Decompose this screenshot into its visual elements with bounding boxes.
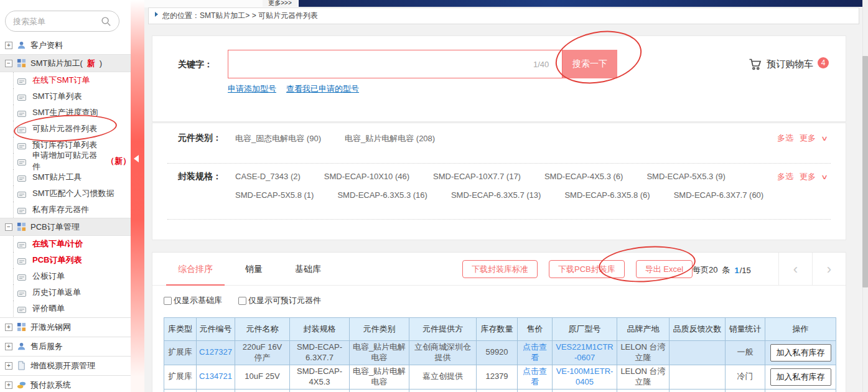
filter-chip[interactable]: SMD-ECAP-5X5.8 (1)	[235, 190, 314, 200]
table-cell: C134721	[197, 365, 235, 389]
checkbox-icon[interactable]	[238, 297, 246, 305]
prev-page-button[interactable]: ‹	[778, 253, 812, 286]
sidebar-item[interactable]: 历史订单返单	[0, 284, 131, 301]
sidebar-item[interactable]: 可贴片元器件列表	[0, 121, 131, 137]
filter-chip[interactable]: CASE-D_7343 (2)	[235, 172, 301, 181]
filter-chip[interactable]: SMD-ECAP-6.3X5.7 (13)	[451, 190, 541, 200]
cart[interactable]: 预订购物车 4	[747, 57, 829, 72]
view-applied-models-link[interactable]: 查看我已申请的型号	[286, 83, 359, 95]
scrollbar-track[interactable]	[862, 0, 868, 392]
table-cell: 扩展库	[164, 341, 197, 365]
table-link[interactable]: C127327	[199, 347, 232, 357]
scrollbar-thumb[interactable]	[862, 56, 868, 287]
option-checkbox[interactable]: 仅显示可预订元器件	[238, 295, 321, 306]
filter-chip[interactable]: SMD-ECAP-5X5.3 (9)	[646, 172, 725, 181]
sidebar-group[interactable]: +开激光钢网	[0, 317, 131, 336]
table-cell: 电容_贴片电解电容	[350, 365, 409, 389]
table-link[interactable]: C134721	[199, 371, 232, 381]
apply-add-model-link[interactable]: 申请添加型号	[228, 83, 276, 95]
collapse-arrow-icon[interactable]	[134, 155, 139, 162]
sidebar-group[interactable]: +客户资料	[0, 36, 131, 54]
sidebar-group[interactable]: +增值税票开票管理	[0, 356, 131, 375]
collapse-icon[interactable]: −	[5, 60, 12, 67]
keyword-input[interactable]	[228, 50, 562, 78]
sidebar-item[interactable]: 私有库存元器件	[0, 202, 131, 218]
cart-label[interactable]: 预订购物车	[767, 58, 813, 70]
next-page-button[interactable]: ›	[812, 253, 846, 286]
table-link[interactable]: VES221M1CTR-0607	[556, 342, 613, 362]
search-icon[interactable]	[100, 16, 111, 27]
expand-icon[interactable]: +	[5, 362, 12, 370]
table-link[interactable]: VE-100M1ETR-0405	[556, 366, 614, 386]
sidebar-item[interactable]: 公板订单	[0, 268, 131, 284]
form-icon	[17, 175, 26, 182]
table-cell: 点击查看	[518, 341, 553, 365]
sidebar-item[interactable]: PCB订单列表	[0, 252, 131, 268]
table-cell	[670, 389, 726, 392]
more-link[interactable]: 更多	[800, 171, 816, 182]
tab-0[interactable]: 综合排序	[178, 253, 213, 286]
tab-1[interactable]: 销量	[245, 253, 263, 286]
table-cell: 冷门	[726, 365, 765, 389]
expand-icon[interactable]: +	[5, 381, 12, 389]
sidebar-group[interactable]: +售后服务	[0, 337, 131, 355]
toolbar-button[interactable]: 下载封装库标准	[462, 260, 538, 278]
sidebar-item[interactable]: 评价晒单	[0, 301, 131, 317]
sidebar-search[interactable]	[5, 11, 119, 32]
sidebar-item[interactable]: SMT匹配个人习惯数据	[0, 185, 131, 202]
more-link[interactable]: 更多	[800, 133, 816, 144]
sidebar-item[interactable]: 申请增加可贴元器件（新）	[0, 153, 131, 169]
filter-chip[interactable]: SMD-ECAP-6.3X5.8 (6)	[564, 190, 650, 200]
sidebar-item-label: 预订库存订单列表	[32, 139, 97, 151]
expand-icon[interactable]: +	[5, 343, 12, 350]
table-cell: 嘉立创提供	[409, 365, 477, 389]
topbar-more-link[interactable]: 更多>>>	[263, 0, 297, 7]
sidebar-item-label: PCB订单列表	[32, 254, 82, 266]
filter-chip[interactable]: 电容_固态电解电容 (90)	[235, 133, 321, 144]
sidebar-item[interactable]: 在线下单/计价	[0, 236, 131, 252]
option-checkbox[interactable]: 仅显示基础库	[164, 295, 222, 306]
expand-icon[interactable]: +	[5, 42, 12, 49]
table-link[interactable]: 点击查看	[523, 366, 547, 386]
tab-2[interactable]: 基础库	[295, 253, 321, 286]
sidebar-item[interactable]: 在线下SMT订单	[0, 72, 131, 88]
filter-chip[interactable]: SMD-ECAP-10X7.7 (17)	[433, 172, 521, 181]
filter-chip[interactable]: SMD-ECAP-10X10 (46)	[324, 172, 409, 181]
sidebar-group[interactable]: +预付款系统	[0, 375, 131, 392]
toolbar-button[interactable]: 下载PCB封装库	[549, 260, 625, 278]
filter-chip[interactable]: SMD-ECAP-6.3X7.7 (60)	[674, 190, 764, 200]
column-header: 元件类别	[350, 318, 409, 341]
sidebar-item[interactable]: SMT生产进度查询	[0, 105, 131, 121]
multi-select-link[interactable]: 多选	[777, 171, 793, 182]
add-private-stock-button[interactable]: 加入私有库存	[770, 344, 831, 362]
toolbar-button[interactable]: 导出 Excel	[636, 260, 693, 278]
search-button[interactable]: 搜索一下	[562, 50, 617, 78]
sidebar-item[interactable]: SMT订单列表	[0, 88, 131, 105]
table-cell: 加入私有库存	[765, 365, 836, 389]
column-header: 操作	[765, 318, 836, 341]
chevron-down-icon: ∨	[821, 173, 828, 181]
expand-icon[interactable]: +	[5, 324, 12, 331]
table-cell: C127327	[197, 341, 235, 365]
filter-chip[interactable]: 电容_贴片电解电容 (208)	[345, 133, 435, 144]
multi-select-link[interactable]: 多选	[777, 133, 793, 144]
table-cell	[670, 365, 726, 389]
breadcrumb: 您的位置：SMT贴片加工> > 可贴片元器件列表	[148, 7, 859, 24]
filter-chip[interactable]: SMD-ECAP-6.3X5.3 (16)	[337, 190, 427, 200]
column-header: 元件编号	[197, 318, 235, 341]
table-cell	[553, 389, 617, 392]
sidebar-group-label: 预付款系统	[30, 380, 71, 391]
sidebar-group[interactable]: −PCB订单管理	[0, 218, 131, 236]
add-private-stock-button[interactable]: 加入私有库存	[770, 368, 831, 386]
filter-actions: 多选更多∨	[777, 171, 827, 182]
sidebar-item-label: 在线下SMT订单	[32, 75, 90, 86]
cart-icon[interactable]	[747, 57, 762, 72]
collapse-icon[interactable]: −	[5, 223, 12, 231]
sidebar-item[interactable]: SMT贴片工具	[0, 169, 131, 185]
filter-chip[interactable]: SMD-ECAP-4X5.3 (6)	[544, 172, 623, 181]
menu-search-input[interactable]	[13, 17, 95, 26]
sidebar-collapse-strip[interactable]	[131, 0, 144, 392]
checkbox-icon[interactable]	[164, 297, 172, 305]
sidebar-group[interactable]: −SMT贴片加工( 新)	[0, 54, 131, 72]
table-link[interactable]: 点击查看	[523, 342, 547, 362]
